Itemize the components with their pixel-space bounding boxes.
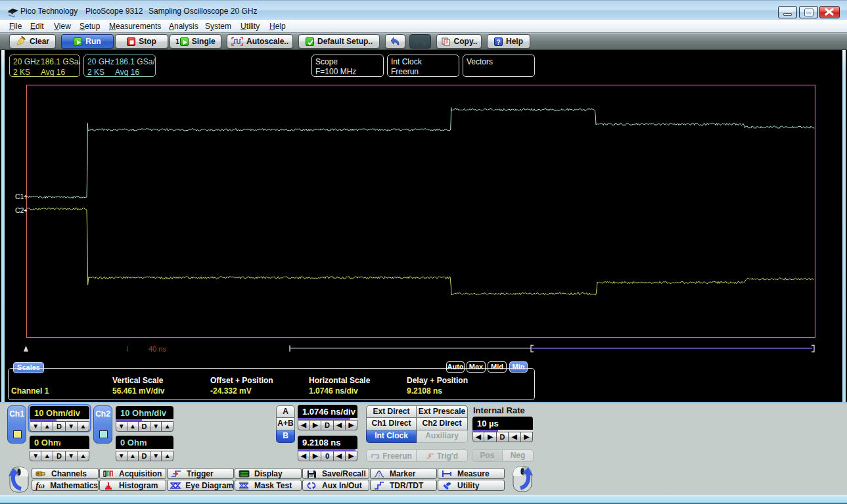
svg-text:C2: C2 (15, 206, 24, 214)
svg-text:40 ns: 40 ns (149, 345, 166, 353)
svg-text:C1: C1 (15, 193, 24, 200)
